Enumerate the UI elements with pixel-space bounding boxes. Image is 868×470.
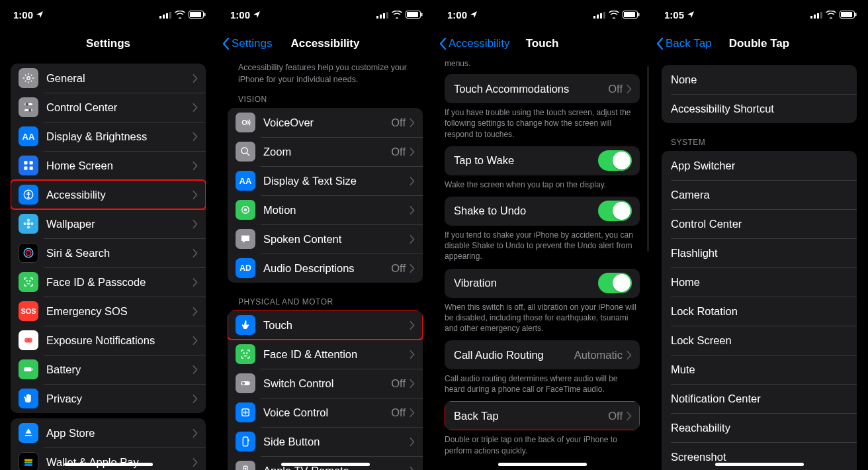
row-label: Accessibility Shortcut (671, 103, 849, 115)
row-siri-search[interactable]: Siri & Search (11, 238, 206, 267)
row-motion[interactable]: Motion (228, 195, 423, 224)
svg-rect-14 (24, 167, 27, 170)
voiceover-icon (236, 113, 255, 132)
chevron-icon (193, 103, 198, 112)
row-label: Flashlight (671, 247, 849, 259)
battery-icon (840, 11, 857, 19)
row-back-tap[interactable]: Back TapOff (445, 401, 640, 430)
status-time: 1:00 (230, 9, 250, 21)
status-time: 1:00 (447, 9, 467, 21)
row-exposure[interactable]: Exposure Notifications (11, 326, 206, 355)
row-accessibility[interactable]: Accessibility (11, 180, 206, 209)
svg-point-47 (247, 353, 247, 353)
row-display-brightness[interactable]: AADisplay & Brightness (11, 122, 206, 151)
row-call-audio-routing[interactable]: Call Audio RoutingAutomatic (445, 340, 640, 369)
row-home[interactable]: Home (662, 267, 857, 297)
svg-point-46 (243, 353, 244, 353)
back-button[interactable]: Back Tap (656, 29, 712, 58)
row-lock-screen[interactable]: Lock Screen (662, 326, 857, 355)
scrollbar[interactable] (647, 66, 649, 252)
svg-rect-31 (24, 459, 32, 461)
svg-rect-36 (380, 15, 382, 19)
row-switch-control[interactable]: Switch ControlOff (228, 369, 423, 398)
row-label: Display & Text Size (263, 175, 410, 187)
row-touch[interactable]: Touch (228, 310, 423, 340)
row-camera[interactable]: Camera (662, 180, 857, 209)
toggle-tap-to-wake[interactable] (598, 150, 632, 171)
toggle-shake-to-undo[interactable] (598, 201, 632, 221)
row-audio-desc[interactable]: ADAudio DescriptionsOff (228, 254, 423, 283)
row-label: Side Button (263, 436, 410, 448)
svg-rect-5 (190, 12, 201, 17)
row-label: App Switcher (671, 160, 849, 172)
chevron-icon (193, 249, 198, 258)
svg-rect-65 (817, 13, 819, 19)
content-area: GeneralControl CenterAADisplay & Brightn… (0, 58, 216, 470)
row-voice-control[interactable]: Voice ControlOff (228, 398, 423, 427)
chevron-icon (410, 177, 415, 185)
svg-point-24 (26, 250, 31, 256)
status-bar: 1:00 (0, 0, 216, 29)
row-a11y-shortcut[interactable]: Accessibility Shortcut (662, 94, 857, 123)
row-display-text[interactable]: AADisplay & Text Size (228, 166, 423, 195)
wifi-icon (826, 11, 836, 19)
chevron-icon (627, 412, 632, 420)
toggle-vibration[interactable] (598, 273, 632, 293)
chevron-icon (193, 336, 198, 345)
row-faceid-attention[interactable]: Face ID & Attention (228, 340, 423, 369)
row-battery[interactable]: Battery (11, 355, 206, 384)
row-faceid-passcode[interactable]: Face ID & Passcode (11, 267, 206, 297)
row-emergency-sos[interactable]: SOSEmergency SOS (11, 297, 206, 326)
svg-point-43 (241, 148, 247, 154)
row-value: Off (391, 117, 406, 129)
row-flashlight[interactable]: Flashlight (662, 238, 857, 267)
svg-point-7 (27, 77, 30, 80)
svg-rect-63 (810, 16, 812, 19)
svg-point-19 (27, 219, 30, 222)
row-notification-center[interactable]: Notification Center (662, 384, 857, 413)
row-control-center[interactable]: Control Center (662, 209, 857, 238)
row-app-switcher[interactable]: App Switcher (662, 151, 857, 180)
row-privacy[interactable]: Privacy (11, 384, 206, 413)
row-general[interactable]: General (11, 64, 206, 93)
row-none[interactable]: None (662, 65, 857, 94)
row-mute[interactable]: Mute (662, 355, 857, 384)
row-lock-rotation[interactable]: Lock Rotation (662, 297, 857, 326)
home-indicator[interactable] (64, 463, 153, 466)
row-control-center[interactable]: Control Center (11, 93, 206, 122)
row-label: Voice Control (263, 406, 391, 419)
back-button[interactable]: Settings (222, 29, 272, 58)
row-vibration[interactable]: Vibration (445, 269, 640, 298)
home-indicator[interactable] (715, 463, 804, 466)
row-side-button[interactable]: Side Button (228, 427, 423, 456)
row-label: Mute (671, 363, 849, 376)
row-wallpaper[interactable]: Wallpaper (11, 209, 206, 238)
row-label: General (46, 72, 193, 85)
chevron-icon (193, 429, 198, 438)
svg-point-20 (27, 226, 30, 229)
home-indicator[interactable] (498, 463, 587, 466)
row-voiceover[interactable]: VoiceOverOff (228, 108, 423, 137)
row-zoom[interactable]: ZoomOff (228, 137, 423, 166)
svg-point-26 (30, 281, 30, 281)
row-shake-to-undo[interactable]: Shake to Undo (445, 197, 640, 226)
switch-icon (236, 373, 255, 393)
row-home-screen[interactable]: Home Screen (11, 151, 206, 180)
svg-point-25 (26, 281, 27, 281)
svg-rect-37 (383, 13, 385, 19)
hand-icon (19, 389, 38, 408)
row-app-store[interactable]: App Store (11, 418, 206, 447)
row-label: Control Center (671, 218, 849, 230)
battery-icon (406, 11, 423, 19)
home-indicator[interactable] (281, 463, 370, 466)
intro-text: Accessibility features help you customiz… (217, 58, 433, 85)
row-touch-accommodations[interactable]: Touch AccommodationsOff (445, 74, 640, 103)
back-button[interactable]: Accessibility (439, 29, 510, 58)
row-reachability[interactable]: Reachability (662, 413, 857, 442)
row-spoken-content[interactable]: Spoken Content (228, 224, 423, 254)
svg-rect-59 (603, 12, 605, 19)
status-bar: 1:00 (434, 0, 650, 29)
svg-rect-33 (24, 464, 32, 466)
row-tap-to-wake[interactable]: Tap to Wake (445, 146, 640, 175)
row-wallet[interactable]: Wallet & Apple Pay (11, 447, 206, 470)
